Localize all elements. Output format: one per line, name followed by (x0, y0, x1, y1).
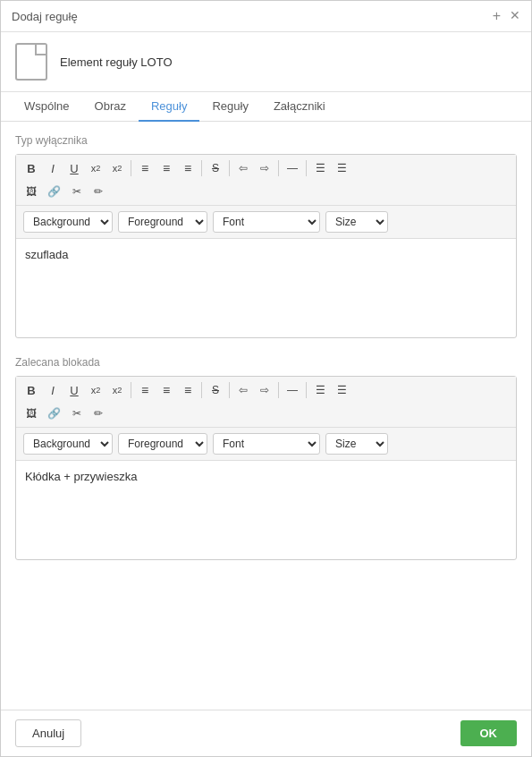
indent-button-1[interactable]: ⇨ (255, 158, 274, 178)
editor-content-2[interactable]: Kłódka + przywieszka (16, 461, 516, 559)
toolbar-1: B I U x2 x2 ≡ ≡ ≡ S ⇦ ⇨ — (16, 155, 516, 206)
element-title-part1: Element reguły (60, 55, 140, 69)
bold-button-2[interactable]: B (21, 380, 41, 400)
unordered-list-button-2[interactable]: ☰ (332, 380, 351, 400)
size-select-2[interactable]: Size (325, 433, 388, 455)
hr-button-2[interactable]: — (283, 380, 302, 400)
divider-9 (278, 382, 279, 398)
tab-zalaczniki[interactable]: Załączniki (261, 92, 338, 122)
align-right-button-1[interactable]: ≡ (178, 158, 198, 178)
cancel-button[interactable]: Anuluj (15, 719, 81, 747)
eraser-button-2[interactable]: ✏ (89, 404, 108, 423)
selects-row-2: Background Foreground Font Size (16, 428, 516, 461)
toolbar-2: B I U x2 x2 ≡ ≡ ≡ S ⇦ ⇨ — (16, 377, 516, 428)
foreground-select-1[interactable]: Foreground (118, 211, 207, 233)
main-content: Typ wyłącznika B I U x2 x2 ≡ ≡ ≡ S ⇦ (1, 122, 531, 710)
divider-2 (201, 160, 202, 176)
image-button-2[interactable]: 🖼 (21, 404, 41, 423)
divider-1 (131, 160, 131, 176)
link-button-2[interactable]: 🔗 (43, 404, 65, 423)
superscript-button-2[interactable]: x2 (107, 380, 127, 400)
editor-box-2: B I U x2 x2 ≡ ≡ ≡ S ⇦ ⇨ — (15, 376, 517, 560)
ordered-list-button-2[interactable]: ☰ (310, 380, 330, 400)
eraser-button-1[interactable]: ✏ (89, 182, 108, 201)
selects-row-1: Background Foreground Font Size (16, 206, 516, 239)
title-bar-actions: + ✕ (493, 8, 520, 24)
link-button-1[interactable]: 🔗 (43, 182, 65, 201)
indent-button-2[interactable]: ⇨ (255, 380, 274, 400)
background-select-1[interactable]: Background (23, 211, 113, 233)
unlink-button-1[interactable]: ✂ (67, 182, 87, 201)
superscript-button-1[interactable]: x2 (107, 158, 127, 178)
outdent-button-1[interactable]: ⇦ (233, 158, 253, 178)
font-select-2[interactable]: Font (213, 433, 320, 455)
background-select-2[interactable]: Background (23, 433, 113, 455)
tab-reguly[interactable]: Reguły (139, 92, 199, 122)
hr-button-1[interactable]: — (283, 158, 302, 178)
image-button-1[interactable]: 🖼 (21, 182, 41, 201)
toolbar-row-2b: 🖼 🔗 ✂ ✏ (21, 404, 511, 423)
toolbar-row-1b: 🖼 🔗 ✂ ✏ (21, 182, 511, 201)
outdent-button-2[interactable]: ⇦ (233, 380, 253, 400)
foreground-select-2[interactable]: Foreground (118, 433, 207, 455)
strikethrough-button-2[interactable]: S (206, 380, 225, 400)
align-left-button-2[interactable]: ≡ (135, 380, 155, 400)
element-title: Element reguły LOTO (60, 55, 173, 69)
tab-reguly2[interactable]: Reguły (199, 92, 260, 122)
ordered-list-button-1[interactable]: ☰ (310, 158, 330, 178)
divider-5 (306, 160, 307, 176)
font-select-1[interactable]: Font (213, 211, 320, 233)
tabs-bar: Wspólne Obraz Reguły Reguły Załączniki (1, 92, 531, 122)
divider-7 (201, 382, 202, 398)
divider-4 (278, 160, 279, 176)
title-bar: Dodaj regułę + ✕ (1, 1, 531, 32)
align-left-button-1[interactable]: ≡ (135, 158, 155, 178)
editor-box-1: B I U x2 x2 ≡ ≡ ≡ S ⇦ ⇨ — (15, 154, 517, 338)
tab-obraz[interactable]: Obraz (82, 92, 139, 122)
underline-button-1[interactable]: U (64, 158, 84, 178)
align-center-button-2[interactable]: ≡ (156, 380, 176, 400)
bold-button-1[interactable]: B (21, 158, 41, 178)
subscript-button-2[interactable]: x2 (86, 380, 106, 400)
ok-button[interactable]: OK (460, 720, 518, 746)
size-select-1[interactable]: Size (325, 211, 388, 233)
element-header: Element reguły LOTO (1, 32, 531, 92)
element-title-part2: LOTO (140, 55, 172, 69)
italic-button-2[interactable]: I (43, 380, 63, 400)
divider-3 (229, 160, 230, 176)
close-icon[interactable]: ✕ (510, 8, 520, 24)
window-title: Dodaj regułę (12, 10, 78, 23)
divider-6 (131, 382, 131, 398)
toolbar-row-1a: B I U x2 x2 ≡ ≡ ≡ S ⇦ ⇨ — (21, 158, 511, 178)
toolbar-row-2a: B I U x2 x2 ≡ ≡ ≡ S ⇦ ⇨ — (21, 380, 511, 400)
unordered-list-button-1[interactable]: ☰ (332, 158, 351, 178)
align-center-button-1[interactable]: ≡ (156, 158, 176, 178)
editor-content-1[interactable]: szuflada (16, 239, 516, 337)
section2-label: Zalecana blokada (15, 356, 517, 369)
footer: Anuluj OK (1, 710, 531, 756)
unlink-button-2[interactable]: ✂ (67, 404, 87, 423)
strikethrough-button-1[interactable]: S (206, 158, 225, 178)
window: Dodaj regułę + ✕ Element reguły LOTO Wsp… (0, 0, 532, 757)
document-icon (15, 43, 47, 81)
divider-10 (306, 382, 307, 398)
divider-8 (229, 382, 230, 398)
tab-wspolne[interactable]: Wspólne (12, 92, 82, 122)
add-icon[interactable]: + (493, 8, 501, 24)
subscript-button-1[interactable]: x2 (86, 158, 106, 178)
italic-button-1[interactable]: I (43, 158, 63, 178)
section1-label: Typ wyłącznika (15, 134, 517, 147)
underline-button-2[interactable]: U (64, 380, 84, 400)
align-right-button-2[interactable]: ≡ (178, 380, 198, 400)
